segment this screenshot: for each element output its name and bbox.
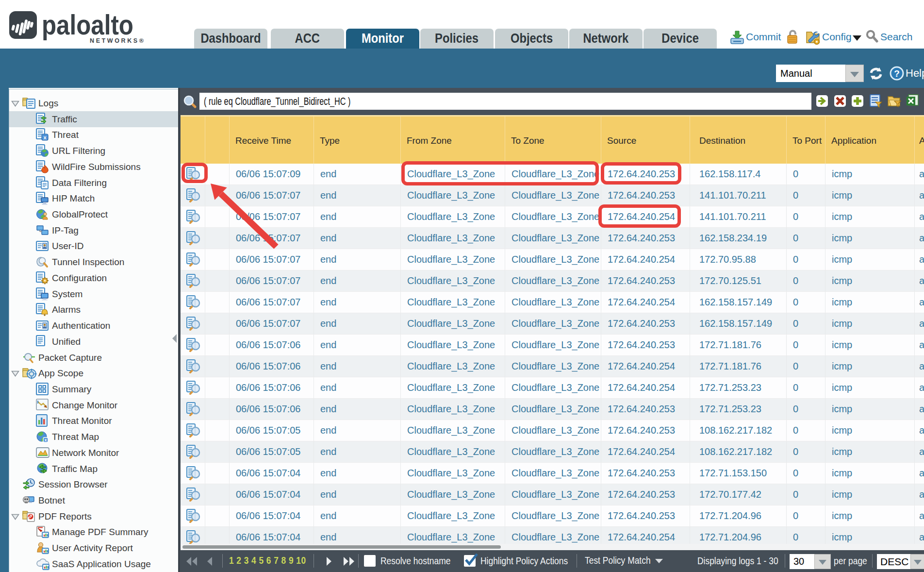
svg-text:paloalto: paloalto bbox=[42, 11, 133, 40]
svg-text:x: x bbox=[44, 437, 47, 442]
svg-text:x: x bbox=[43, 135, 47, 140]
svg-text:NETWORKS®: NETWORKS® bbox=[90, 37, 146, 44]
svg-text:?: ? bbox=[894, 68, 900, 79]
